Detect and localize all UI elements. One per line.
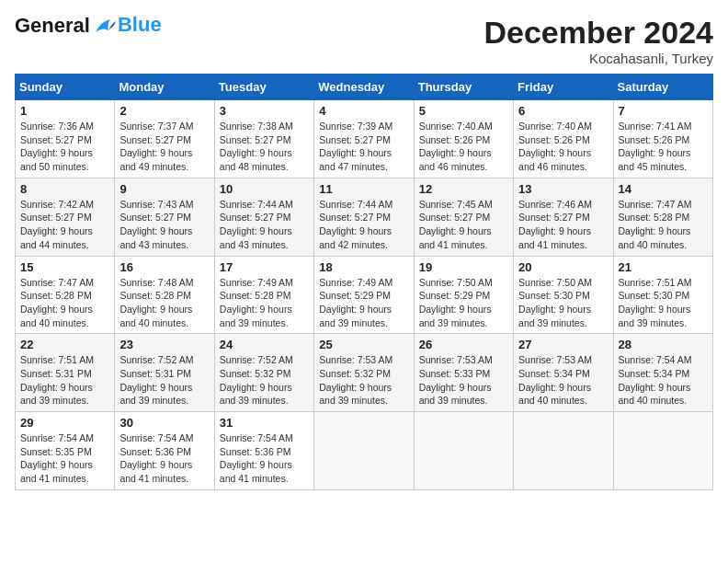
day-info: Sunrise: 7:54 AM Sunset: 5:36 PM Dayligh…: [119, 431, 209, 486]
calendar-cell: 12 Sunrise: 7:45 AM Sunset: 5:27 PM Dayl…: [414, 178, 513, 256]
calendar-cell: 6 Sunrise: 7:40 AM Sunset: 5:26 PM Dayli…: [514, 100, 613, 178]
calendar-cell: 21 Sunrise: 7:51 AM Sunset: 5:30 PM Dayl…: [613, 256, 712, 334]
calendar-table: Sunday Monday Tuesday Wednesday Thursday…: [15, 74, 713, 490]
daylight-label: Daylight: 9 hours and 39 minutes.: [20, 382, 93, 407]
day-info: Sunrise: 7:53 AM Sunset: 5:34 PM Dayligh…: [518, 353, 608, 408]
sunset-label: Sunset: 5:27 PM: [20, 134, 92, 145]
daylight-label: Daylight: 9 hours and 45 minutes.: [619, 147, 691, 172]
calendar-cell: 11 Sunrise: 7:44 AM Sunset: 5:27 PM Dayl…: [314, 178, 414, 256]
sunrise-label: Sunrise: 7:42 AM: [20, 199, 94, 210]
day-number: 23: [119, 338, 209, 351]
sunset-label: Sunset: 5:27 PM: [119, 134, 191, 145]
sunset-label: Sunset: 5:26 PM: [419, 134, 491, 145]
calendar-cell: 29 Sunrise: 7:54 AM Sunset: 5:35 PM Dayl…: [16, 412, 115, 490]
sunset-label: Sunset: 5:30 PM: [619, 290, 690, 301]
logo-text: General: [15, 15, 118, 38]
sunset-label: Sunset: 5:36 PM: [220, 446, 291, 457]
calendar-cell: 20 Sunrise: 7:50 AM Sunset: 5:30 PM Dayl…: [514, 256, 613, 334]
sunrise-label: Sunrise: 7:40 AM: [419, 121, 493, 132]
calendar-week-row: 8 Sunrise: 7:42 AM Sunset: 5:27 PM Dayli…: [16, 178, 713, 256]
sunset-label: Sunset: 5:26 PM: [518, 134, 590, 145]
sunrise-label: Sunrise: 7:51 AM: [20, 354, 94, 365]
sunrise-label: Sunrise: 7:54 AM: [119, 432, 193, 443]
sunrise-label: Sunrise: 7:54 AM: [20, 432, 94, 443]
calendar-cell: 24 Sunrise: 7:52 AM Sunset: 5:32 PM Dayl…: [214, 334, 313, 412]
calendar-cell: 8 Sunrise: 7:42 AM Sunset: 5:27 PM Dayli…: [16, 178, 115, 256]
calendar-cell: 23 Sunrise: 7:52 AM Sunset: 5:31 PM Dayl…: [115, 334, 214, 412]
day-number: 14: [619, 182, 708, 196]
daylight-label: Daylight: 9 hours and 47 minutes.: [319, 147, 392, 172]
sunrise-label: Sunrise: 7:46 AM: [518, 199, 592, 210]
sunset-label: Sunset: 5:27 PM: [319, 134, 391, 145]
day-number: 10: [220, 182, 309, 196]
daylight-label: Daylight: 9 hours and 49 minutes.: [119, 147, 192, 172]
day-number: 25: [319, 338, 408, 351]
sunrise-label: Sunrise: 7:45 AM: [419, 199, 493, 210]
daylight-label: Daylight: 9 hours and 41 minutes.: [119, 459, 192, 484]
day-number: 31: [220, 416, 309, 430]
day-number: 24: [220, 338, 309, 351]
col-tuesday: Tuesday: [214, 75, 313, 100]
sunset-label: Sunset: 5:26 PM: [619, 134, 690, 145]
calendar-cell: [414, 412, 513, 490]
sunset-label: Sunset: 5:34 PM: [619, 368, 690, 379]
sunrise-label: Sunrise: 7:40 AM: [518, 121, 592, 132]
day-info: Sunrise: 7:50 AM Sunset: 5:29 PM Dayligh…: [419, 276, 508, 330]
daylight-label: Daylight: 9 hours and 39 minutes.: [319, 382, 392, 407]
day-info: Sunrise: 7:44 AM Sunset: 5:27 PM Dayligh…: [220, 198, 309, 252]
sunset-label: Sunset: 5:34 PM: [518, 368, 590, 379]
sunset-label: Sunset: 5:27 PM: [319, 212, 391, 223]
month-title: December 2024: [483, 15, 713, 51]
daylight-label: Daylight: 9 hours and 41 minutes.: [220, 459, 292, 484]
calendar-cell: 3 Sunrise: 7:38 AM Sunset: 5:27 PM Dayli…: [214, 100, 313, 178]
day-info: Sunrise: 7:50 AM Sunset: 5:30 PM Dayligh…: [518, 276, 608, 330]
daylight-label: Daylight: 9 hours and 43 minutes.: [119, 225, 192, 250]
calendar-cell: 14 Sunrise: 7:47 AM Sunset: 5:28 PM Dayl…: [613, 178, 712, 256]
col-monday: Monday: [115, 75, 214, 100]
day-number: 18: [319, 260, 408, 274]
sunset-label: Sunset: 5:31 PM: [20, 368, 92, 379]
sunrise-label: Sunrise: 7:54 AM: [220, 432, 293, 443]
sunrise-label: Sunrise: 7:47 AM: [20, 277, 94, 288]
sunrise-label: Sunrise: 7:53 AM: [419, 354, 493, 365]
daylight-label: Daylight: 9 hours and 39 minutes.: [419, 304, 492, 328]
daylight-label: Daylight: 9 hours and 46 minutes.: [518, 147, 591, 172]
calendar-week-row: 22 Sunrise: 7:51 AM Sunset: 5:31 PM Dayl…: [16, 334, 713, 412]
day-number: 16: [119, 260, 209, 274]
daylight-label: Daylight: 9 hours and 40 minutes.: [20, 304, 93, 328]
sunrise-label: Sunrise: 7:47 AM: [619, 199, 692, 210]
sunset-label: Sunset: 5:29 PM: [319, 290, 391, 301]
calendar-cell: 2 Sunrise: 7:37 AM Sunset: 5:27 PM Dayli…: [115, 100, 214, 178]
daylight-label: Daylight: 9 hours and 41 minutes.: [518, 225, 591, 250]
day-number: 5: [419, 104, 508, 118]
sunset-label: Sunset: 5:27 PM: [119, 212, 191, 223]
sunrise-label: Sunrise: 7:54 AM: [619, 354, 692, 365]
day-number: 20: [518, 260, 608, 274]
calendar-cell: 19 Sunrise: 7:50 AM Sunset: 5:29 PM Dayl…: [414, 256, 513, 334]
day-info: Sunrise: 7:47 AM Sunset: 5:28 PM Dayligh…: [20, 276, 109, 330]
day-number: 28: [619, 338, 708, 351]
day-info: Sunrise: 7:49 AM Sunset: 5:29 PM Dayligh…: [319, 276, 408, 330]
day-info: Sunrise: 7:48 AM Sunset: 5:28 PM Dayligh…: [119, 276, 209, 330]
day-number: 17: [220, 260, 309, 274]
day-number: 30: [119, 416, 209, 430]
daylight-label: Daylight: 9 hours and 40 minutes.: [119, 304, 192, 328]
calendar-cell: 30 Sunrise: 7:54 AM Sunset: 5:36 PM Dayl…: [115, 412, 214, 490]
sunrise-label: Sunrise: 7:41 AM: [619, 121, 692, 132]
sunrise-label: Sunrise: 7:51 AM: [619, 277, 692, 288]
calendar-cell: 1 Sunrise: 7:36 AM Sunset: 5:27 PM Dayli…: [16, 100, 115, 178]
sunset-label: Sunset: 5:27 PM: [419, 212, 491, 223]
sunrise-label: Sunrise: 7:38 AM: [220, 121, 293, 132]
daylight-label: Daylight: 9 hours and 39 minutes.: [319, 304, 392, 328]
daylight-label: Daylight: 9 hours and 39 minutes.: [220, 304, 292, 328]
calendar-cell: [514, 412, 613, 490]
calendar-cell: 17 Sunrise: 7:49 AM Sunset: 5:28 PM Dayl…: [214, 256, 313, 334]
sunset-label: Sunset: 5:36 PM: [119, 446, 191, 457]
day-number: 13: [518, 182, 608, 196]
sunrise-label: Sunrise: 7:50 AM: [419, 277, 493, 288]
col-friday: Friday: [514, 75, 613, 100]
day-number: 27: [518, 338, 608, 351]
daylight-label: Daylight: 9 hours and 46 minutes.: [419, 147, 492, 172]
calendar-body: 1 Sunrise: 7:36 AM Sunset: 5:27 PM Dayli…: [16, 100, 713, 490]
day-info: Sunrise: 7:54 AM Sunset: 5:36 PM Dayligh…: [220, 431, 309, 486]
